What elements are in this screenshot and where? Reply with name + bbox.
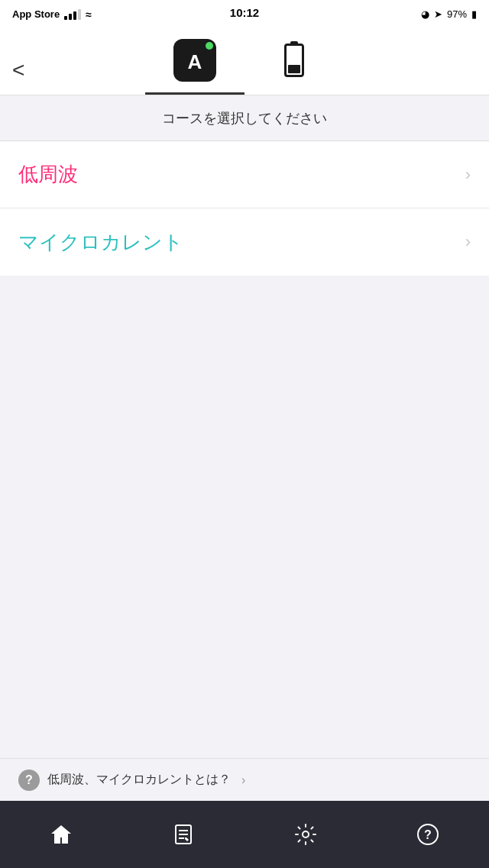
nav-bar: < A xyxy=(0,28,489,95)
carrier-name: App Store xyxy=(12,8,60,20)
svg-point-4 xyxy=(303,831,309,837)
battery-device-icon xyxy=(284,44,304,77)
menu-section: 低周波 › マイクロカレント › xyxy=(0,141,489,276)
help-row[interactable]: ? 低周波、マイクロカレントとは？ › xyxy=(0,758,489,801)
back-button[interactable]: < xyxy=(12,58,24,82)
tab-a-icon: A xyxy=(173,39,216,82)
nav-tabs: A xyxy=(145,27,344,95)
wifi-icon: ≈ xyxy=(86,8,92,21)
bottom-bar: ? xyxy=(0,801,489,868)
tab-b[interactable] xyxy=(244,27,344,95)
bottom-tab-help[interactable]: ? xyxy=(397,812,458,857)
low-frequency-label: 低周波 xyxy=(18,161,78,188)
status-right: ◕ ➤ 97% ▮ xyxy=(421,8,477,20)
micro-current-item[interactable]: マイクロカレント › xyxy=(0,208,489,276)
section-header-text: コースを選択してください xyxy=(162,109,327,127)
status-time: 10:12 xyxy=(230,6,259,19)
location-icon: ◕ xyxy=(421,8,429,20)
svg-text:?: ? xyxy=(424,828,432,841)
help-text: 低周波、マイクロカレントとは？ xyxy=(47,772,231,788)
low-frequency-chevron: › xyxy=(465,165,471,185)
bottom-tab-home[interactable] xyxy=(31,812,92,857)
settings-icon xyxy=(294,823,317,846)
help-question-icon: ? xyxy=(18,770,40,791)
home-icon xyxy=(50,823,73,846)
tab-a[interactable]: A xyxy=(145,27,244,95)
gray-area xyxy=(0,276,489,758)
bottom-tab-settings[interactable] xyxy=(275,812,336,857)
status-bar: App Store ≈ 10:12 ◕ ➤ 97% ▮ xyxy=(0,0,489,28)
signal-icon xyxy=(64,9,81,20)
bottom-tab-notes[interactable] xyxy=(153,812,214,857)
question-icon: ? xyxy=(416,823,439,846)
tab-b-icon xyxy=(279,39,309,82)
notes-icon xyxy=(172,823,195,846)
tab-a-letter: A xyxy=(188,50,202,74)
micro-current-label: マイクロカレント xyxy=(18,229,183,256)
battery-icon: ▮ xyxy=(471,8,477,20)
help-chevron: › xyxy=(241,773,245,787)
active-dot xyxy=(206,42,213,50)
status-carrier: App Store ≈ xyxy=(12,8,92,21)
battery-percent: 97% xyxy=(447,8,467,20)
section-header: コースを選択してください xyxy=(0,95,489,141)
arrow-icon: ➤ xyxy=(434,8,442,20)
low-frequency-item[interactable]: 低周波 › xyxy=(0,141,489,208)
micro-current-chevron: › xyxy=(465,232,471,252)
